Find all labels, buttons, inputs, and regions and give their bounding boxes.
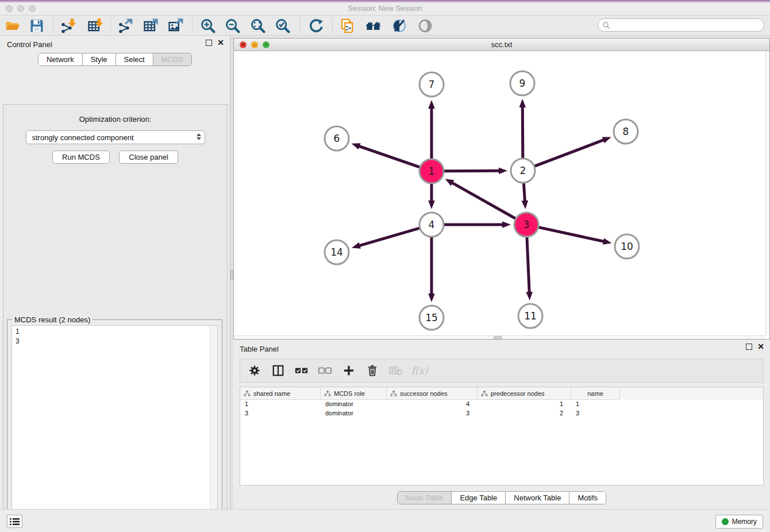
tab-style[interactable]: Style	[83, 53, 116, 65]
memory-button[interactable]: Memory	[715, 515, 763, 529]
first-neighbors-icon[interactable]	[364, 17, 383, 34]
edge-4-3[interactable]	[444, 221, 511, 228]
float-panel-icon[interactable]	[206, 40, 212, 46]
run-mcds-button[interactable]: Run MCDS	[52, 151, 110, 164]
export-image-icon[interactable]	[165, 17, 185, 34]
application-window: Session: New Session Control Panel ✕ Net…	[0, 0, 770, 532]
tab-node-table[interactable]: Node Table	[398, 492, 452, 504]
criterion-dropdown[interactable]: strongly connected component	[26, 130, 205, 144]
tab-motifs[interactable]: Motifs	[569, 492, 606, 504]
tab-edge-table[interactable]: Edge Table	[452, 492, 506, 504]
node-10[interactable]: 10	[615, 234, 639, 259]
node-11[interactable]: 11	[518, 304, 542, 328]
show-columns-icon[interactable]	[271, 363, 286, 378]
new-network-from-selection-icon[interactable]	[338, 17, 357, 34]
select-all-icon[interactable]	[294, 363, 309, 378]
add-icon[interactable]	[341, 363, 356, 378]
table-settings-icon[interactable]	[247, 363, 262, 378]
apply-layout-icon[interactable]	[306, 17, 325, 34]
edge-3-10[interactable]	[538, 228, 611, 245]
close-panel-icon[interactable]: ✕	[217, 40, 224, 46]
deselect-all-icon[interactable]	[318, 363, 333, 378]
import-network-icon[interactable]	[58, 17, 78, 34]
zoom-out-icon[interactable]	[223, 17, 242, 34]
zoom-selected-icon[interactable]	[273, 17, 292, 34]
table-cell[interactable]: 4	[387, 400, 478, 409]
node-table[interactable]: shared nameMCDS rolesuccessor nodesprede…	[240, 387, 764, 485]
network-window-titlebar[interactable]: ✕ − + scc.txt	[234, 38, 769, 51]
edge-1-4[interactable]	[428, 184, 435, 209]
node-label: 2	[520, 165, 526, 176]
main-titlebar[interactable]: Session: New Session	[0, 2, 770, 16]
node-1[interactable]: 1	[419, 159, 444, 183]
show-graphics-details-icon[interactable]	[390, 17, 409, 34]
table-cell[interactable]: 3	[571, 409, 620, 418]
search-box[interactable]	[598, 18, 764, 32]
edge-4-15[interactable]	[428, 237, 435, 302]
node-9[interactable]: 9	[510, 71, 534, 95]
node-label: 10	[621, 241, 633, 252]
network-canvas[interactable]: 7968124314101511	[234, 51, 766, 336]
column-header-shared-name[interactable]: shared name	[240, 387, 321, 400]
zoom-in-icon[interactable]	[198, 17, 218, 34]
result-item[interactable]: 3	[16, 337, 217, 346]
column-header-successor-nodes[interactable]: successor nodes	[387, 387, 478, 400]
network-vertical-scrollbar[interactable]	[765, 51, 769, 336]
edge-1-2[interactable]	[444, 167, 507, 174]
table-row[interactable]: 3dominator323	[240, 409, 763, 418]
tab-mcds[interactable]: MCDS	[153, 53, 191, 65]
close-table-panel-icon[interactable]: ✕	[757, 344, 764, 350]
node-3[interactable]: 3	[514, 213, 538, 237]
edge-2-3[interactable]	[522, 183, 529, 209]
column-header-predecessor-nodes[interactable]: predecessor nodes	[478, 387, 571, 400]
tab-network-table[interactable]: Network Table	[506, 492, 569, 504]
result-item[interactable]: 1	[16, 327, 217, 337]
node-7[interactable]: 7	[419, 72, 444, 97]
table-row[interactable]: 1dominator411	[240, 400, 763, 409]
table-cell[interactable]: 3	[240, 409, 321, 418]
status-bar: Memory	[0, 509, 770, 532]
table-cell[interactable]: 2	[478, 409, 571, 418]
node-14[interactable]: 14	[325, 240, 349, 264]
edge-1-7[interactable]	[428, 100, 435, 159]
table-cell[interactable]: 3	[387, 409, 478, 418]
edge-1-6[interactable]	[352, 143, 420, 167]
float-table-panel-icon[interactable]	[746, 344, 752, 350]
export-table-icon[interactable]	[141, 17, 160, 34]
edge-2-9[interactable]	[519, 99, 526, 158]
column-header-MCDS-role[interactable]: MCDS role	[321, 387, 387, 400]
search-input[interactable]	[610, 20, 764, 30]
node-8[interactable]: 8	[614, 119, 638, 144]
save-session-icon[interactable]	[27, 17, 47, 34]
zoom-fit-icon[interactable]	[248, 17, 268, 34]
close-panel-button[interactable]: Close panel	[119, 151, 178, 164]
edge-4-14[interactable]	[352, 228, 419, 249]
table-cell[interactable]: 1	[571, 400, 620, 409]
status-menu-button[interactable]	[7, 515, 22, 528]
network-horizontal-scrollbar[interactable]	[234, 336, 765, 339]
import-table-icon[interactable]	[85, 17, 105, 34]
tab-network[interactable]: Network	[38, 53, 83, 65]
node-label: 11	[524, 310, 537, 322]
result-scrollbar[interactable]	[210, 326, 217, 531]
edge-3-11[interactable]	[526, 237, 533, 300]
node-2[interactable]: 2	[511, 159, 535, 183]
table-cell[interactable]: dominator	[321, 409, 387, 418]
open-file-icon[interactable]	[3, 17, 22, 34]
export-network-icon[interactable]	[116, 17, 135, 34]
tab-select[interactable]: Select	[116, 53, 153, 65]
node-6[interactable]: 6	[325, 126, 349, 151]
node-4[interactable]: 4	[419, 213, 444, 237]
delete-icon[interactable]	[365, 363, 380, 378]
table-cell[interactable]: 1	[478, 400, 571, 409]
edge-2-8[interactable]	[535, 137, 611, 166]
bird-eye-view-icon[interactable]	[415, 17, 435, 34]
column-header-name[interactable]: name	[571, 387, 620, 400]
edge-3-1[interactable]	[445, 179, 515, 218]
mcds-result-list[interactable]: 13	[11, 325, 218, 531]
network-hscroll-thumb[interactable]	[494, 336, 502, 339]
node-15[interactable]: 15	[419, 306, 444, 330]
table-cell[interactable]: 1	[240, 400, 321, 409]
table-cell[interactable]: dominator	[321, 400, 387, 409]
toolbar-separator	[110, 18, 111, 33]
